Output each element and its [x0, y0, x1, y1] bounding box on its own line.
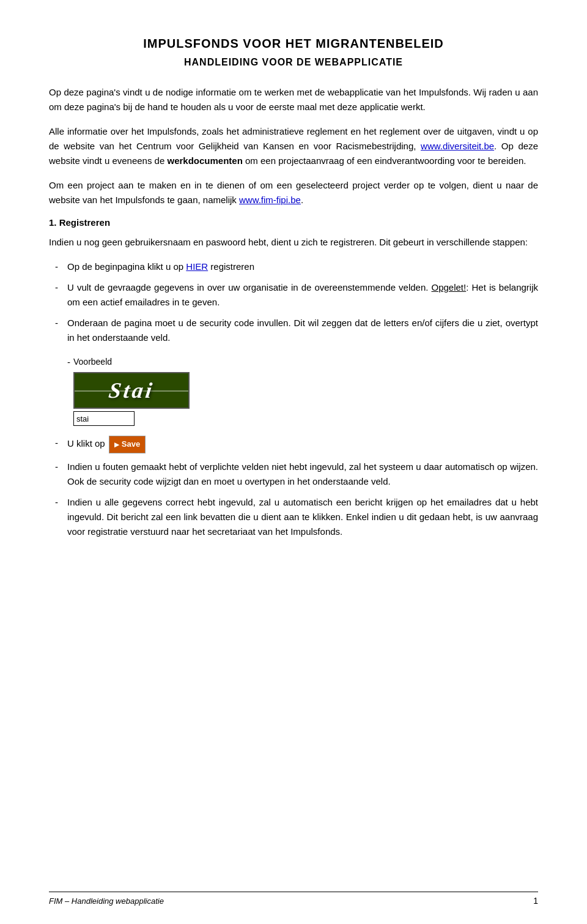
captcha-text: Stai — [106, 373, 157, 409]
step1-text1: Op de beginpagina klikt u op — [67, 261, 186, 272]
footer: FIM – Handleiding webapplicatie 1 — [49, 892, 538, 906]
page: IMPULSFONDS VOOR HET MIGRANTENBELEID HAN… — [0, 0, 587, 924]
intro-p2-bold: werkdocumenten — [167, 155, 242, 166]
step-5: Indien u fouten gemaakt hebt of verplich… — [61, 460, 538, 489]
intro-p3-text2: . — [301, 195, 303, 205]
example-label: Voorbeeld — [73, 355, 538, 368]
intro-p2-text3: om een projectaanvraag of een eindverant… — [243, 155, 526, 166]
step2-underline: Opgelet! — [432, 282, 467, 292]
main-title: IMPULSFONDS VOOR HET MIGRANTENBELEID — [49, 37, 538, 51]
captcha-example: Voorbeeld Stai — [73, 355, 538, 426]
footer-left: FIM – Handleiding webapplicatie — [49, 896, 164, 906]
diversiteit-link[interactable]: www.diversiteit.be — [421, 141, 494, 151]
captcha-image: Stai — [73, 372, 190, 409]
step-1: Op de beginpagina klikt u op HIER regist… — [61, 259, 538, 274]
footer-right: 1 — [533, 896, 538, 906]
save-button[interactable]: Save — [109, 436, 146, 453]
step1-text2: registreren — [208, 261, 254, 272]
hier-link[interactable]: HIER — [186, 261, 208, 272]
registration-steps: Op de beginpagina klikt u op HIER regist… — [49, 259, 538, 539]
step4-text1: U klikt op — [67, 439, 108, 449]
sub-title: HANDLEIDING VOOR DE WEBAPPLICATIE — [49, 57, 538, 68]
step-4: U klikt op Save — [61, 436, 538, 453]
intro-paragraph-3: Om een project aan te maken en in te die… — [49, 178, 538, 207]
intro-paragraph-2: Alle informatie over het Impulsfonds, zo… — [49, 124, 538, 168]
section1-heading: 1. Registreren — [49, 217, 538, 228]
captcha-input[interactable] — [73, 411, 135, 426]
step-3: Onderaan de pagina moet u de security co… — [61, 316, 538, 345]
section1-intro: Indien u nog geen gebruikersnaam en pasw… — [49, 235, 538, 250]
fim-fipi-link[interactable]: www.fim-fipi.be — [239, 195, 301, 205]
captcha-section: Voorbeeld Stai — [73, 355, 538, 426]
step-2: U vult de gevraagde gegevens in over uw … — [61, 280, 538, 310]
step-6: Indien u alle gegevens correct hebt inge… — [61, 495, 538, 539]
step2-text1: U vult de gevraagde gegevens in over uw … — [67, 282, 432, 292]
intro-paragraph-1: Op deze pagina's vindt u de nodige infor… — [49, 85, 538, 114]
